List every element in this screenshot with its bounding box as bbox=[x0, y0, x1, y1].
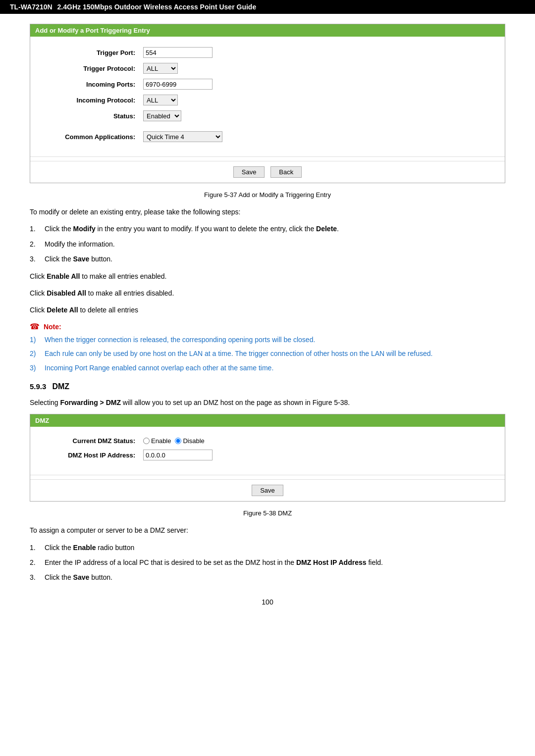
trigger-protocol-input-cell: ALL TCP UDP bbox=[139, 60, 495, 76]
dmz-host-ip-input[interactable] bbox=[143, 450, 213, 460]
dmz-form: Current DMZ Status: Enable Disable bbox=[40, 435, 495, 463]
dmz-status-input-cell: Enable Disable bbox=[139, 435, 495, 447]
incoming-ports-input[interactable] bbox=[143, 79, 213, 90]
dmz-intro-text: Selecting Forwarding > DMZ will allow yo… bbox=[30, 397, 505, 408]
trigger-protocol-select[interactable]: ALL TCP UDP bbox=[143, 63, 178, 74]
dmz-assign-intro: To assign a computer or server to be a D… bbox=[30, 525, 505, 536]
dmz-step-3: 3. Click the Save button. bbox=[30, 572, 505, 583]
back-button[interactable]: Back bbox=[270, 166, 302, 178]
trigger-port-label: Trigger Port: bbox=[40, 45, 139, 60]
dmz-panel: DMZ Current DMZ Status: Enable Dis bbox=[30, 414, 505, 502]
section-593-title: DMZ bbox=[52, 382, 69, 391]
note-icon: ☎ bbox=[30, 322, 40, 331]
port-triggering-panel-header: Add or Modify a Port Triggering Entry bbox=[30, 24, 505, 37]
dmz-host-ip-row: DMZ Host IP Address: bbox=[40, 447, 495, 463]
note-3-text: Incoming Port Range enabled cannot overl… bbox=[45, 362, 273, 373]
port-triggering-panel-body: Trigger Port: Trigger Protocol: ALL TCP … bbox=[30, 37, 505, 152]
trigger-protocol-label: Trigger Protocol: bbox=[40, 60, 139, 76]
dmz-enable-bold: Enable bbox=[73, 544, 96, 552]
dmz-status-row: Current DMZ Status: Enable Disable bbox=[40, 435, 495, 447]
dmz-panel-body: Current DMZ Status: Enable Disable bbox=[30, 427, 505, 471]
enable-all-text: Click Enable All to make all entries ena… bbox=[30, 271, 505, 282]
modify-step-3: 3. Click the Save button. bbox=[30, 253, 505, 264]
dmz-disable-text: Disable bbox=[183, 437, 204, 445]
trigger-port-input[interactable] bbox=[143, 47, 213, 58]
page-number: 100 bbox=[30, 598, 505, 606]
page-content: Add or Modify a Port Triggering Entry Tr… bbox=[0, 14, 535, 616]
status-row: Status: Enabled Disabled bbox=[40, 108, 495, 124]
note-list: 1) When the trigger connection is releas… bbox=[30, 334, 505, 373]
dmz-intro-suffix: will allow you to set up an DMZ host on … bbox=[121, 399, 350, 406]
port-triggering-panel-footer: Save Back bbox=[30, 161, 505, 183]
note-2-text: Each rule can only be used by one host o… bbox=[45, 348, 432, 359]
save-bold-step3: Save bbox=[73, 255, 90, 263]
dmz-disable-radio[interactable] bbox=[175, 438, 181, 444]
common-applications-input-cell: Quick Time 4 MSN Gaming Zone Real Player… bbox=[139, 129, 495, 145]
modify-step-2: 2. Modify the information. bbox=[30, 239, 505, 250]
dmz-enable-text: Enable bbox=[151, 437, 171, 445]
incoming-protocol-label: Incoming Protocol: bbox=[40, 92, 139, 108]
incoming-ports-row: Incoming Ports: bbox=[40, 76, 495, 92]
delete-all-bold: Delete All bbox=[47, 306, 78, 314]
modify-step-1: 1. Click the Modify in the entry you wan… bbox=[30, 223, 505, 234]
note-item-2: 2) Each rule can only be used by one hos… bbox=[30, 348, 505, 359]
figure-37-caption: Figure 5-37 Add or Modify a Triggering E… bbox=[30, 191, 505, 199]
modify-bold: Modify bbox=[73, 225, 96, 233]
trigger-protocol-row: Trigger Protocol: ALL TCP UDP bbox=[40, 60, 495, 76]
modify-steps-list: 1. Click the Modify in the entry you wan… bbox=[30, 223, 505, 264]
common-applications-label: Common Applications: bbox=[40, 129, 139, 145]
port-triggering-panel: Add or Modify a Port Triggering Entry Tr… bbox=[30, 24, 505, 183]
dmz-save-button[interactable]: Save bbox=[252, 485, 283, 496]
incoming-protocol-select[interactable]: ALL TCP UDP bbox=[143, 95, 178, 105]
dmz-status-label: Current DMZ Status: bbox=[40, 435, 139, 447]
figure-38-caption: Figure 5-38 DMZ bbox=[30, 509, 505, 517]
dmz-host-ip-bold: DMZ Host IP Address bbox=[296, 558, 367, 566]
dmz-host-ip-input-cell bbox=[139, 447, 495, 463]
note-item-3: 3) Incoming Port Range enabled cannot ov… bbox=[30, 362, 505, 373]
save-button[interactable]: Save bbox=[233, 166, 265, 178]
incoming-protocol-row: Incoming Protocol: ALL TCP UDP bbox=[40, 92, 495, 108]
modify-step-2-text: Modify the information. bbox=[45, 239, 115, 250]
dmz-enable-radio[interactable] bbox=[143, 438, 150, 444]
enable-all-suffix: to make all entries enabled. bbox=[80, 272, 166, 280]
delete-all-text: Click Delete All to delete all entries bbox=[30, 304, 505, 315]
common-applications-select[interactable]: Quick Time 4 MSN Gaming Zone Real Player… bbox=[143, 131, 222, 142]
section-intro: To modify or delete an existing entry, p… bbox=[30, 206, 505, 217]
note-1-text: When the trigger connection is released,… bbox=[45, 334, 315, 345]
section-593-num: 5.9.3 bbox=[30, 382, 46, 391]
dmz-enable-label: Enable bbox=[143, 437, 171, 445]
status-input-cell: Enabled Disabled bbox=[139, 108, 495, 124]
disable-all-bold: Disabled All bbox=[47, 289, 86, 297]
common-applications-row: Common Applications: Quick Time 4 MSN Ga… bbox=[40, 129, 495, 145]
note-item-1: 1) When the trigger connection is releas… bbox=[30, 334, 505, 345]
disable-all-suffix: to make all entries disabled. bbox=[86, 289, 174, 297]
dmz-save-bold: Save bbox=[73, 573, 90, 581]
dmz-intro-bold: Forwarding > DMZ bbox=[60, 399, 121, 406]
dmz-status-radio-group: Enable Disable bbox=[143, 437, 491, 445]
incoming-ports-label: Incoming Ports: bbox=[40, 76, 139, 92]
note-label: Note: bbox=[44, 323, 61, 331]
dmz-panel-footer: Save bbox=[30, 479, 505, 501]
dmz-panel-header: DMZ bbox=[30, 414, 505, 427]
delete-bold: Delete bbox=[316, 225, 337, 233]
status-label: Status: bbox=[40, 108, 139, 124]
delete-all-suffix: to delete all entries bbox=[78, 306, 138, 314]
incoming-protocol-input-cell: ALL TCP UDP bbox=[139, 92, 495, 108]
dmz-host-ip-label: DMZ Host IP Address: bbox=[40, 447, 139, 463]
dmz-disable-label: Disable bbox=[175, 437, 204, 445]
port-triggering-form: Trigger Port: Trigger Protocol: ALL TCP … bbox=[40, 45, 495, 145]
trigger-port-input-cell bbox=[139, 45, 495, 60]
section-593-heading: 5.9.3 DMZ bbox=[30, 382, 505, 391]
enable-all-bold: Enable All bbox=[47, 272, 80, 280]
header-title: 2.4GHz 150Mbps Outdoor Wireless Access P… bbox=[57, 3, 257, 11]
incoming-ports-input-cell bbox=[139, 76, 495, 92]
dmz-steps-list: 1. Click the Enable radio button 2. Ente… bbox=[30, 542, 505, 583]
note-section: ☎ Note: 1) When the trigger connection i… bbox=[30, 322, 505, 373]
disable-all-text: Click Disabled All to make all entries d… bbox=[30, 288, 505, 299]
dmz-step-1: 1. Click the Enable radio button bbox=[30, 542, 505, 553]
spacer-row bbox=[40, 124, 495, 129]
trigger-port-row: Trigger Port: bbox=[40, 45, 495, 60]
page-header: TL-WA7210N 2.4GHz 150Mbps Outdoor Wirele… bbox=[0, 0, 535, 14]
status-select[interactable]: Enabled Disabled bbox=[143, 110, 181, 121]
header-model: TL-WA7210N bbox=[10, 3, 53, 11]
